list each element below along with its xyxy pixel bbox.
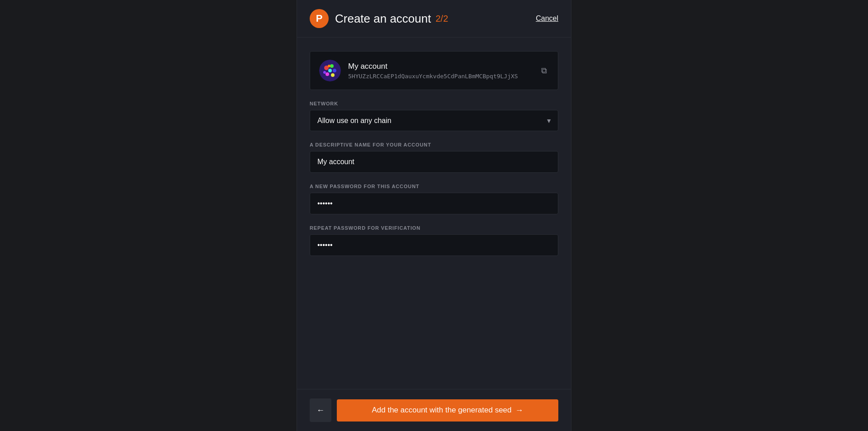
avatar: [319, 60, 341, 81]
account-address: 5HYUZzLRCCaEP1dQauxuYcmkvde5CdPanLBmMCBp…: [348, 73, 518, 80]
add-account-label: Add the account with the generated seed: [372, 406, 511, 415]
svg-point-5: [326, 72, 329, 76]
copy-icon[interactable]: ⧉: [539, 64, 549, 77]
svg-point-3: [333, 69, 336, 72]
network-select-wrapper: Allow use on any chain Polkadot Kusama ▼: [310, 110, 558, 131]
network-section: NETWORK Allow use on any chain Polkadot …: [310, 101, 558, 131]
network-select[interactable]: Allow use on any chain Polkadot Kusama: [310, 110, 558, 131]
account-name-section: A DESCRIPTIVE NAME FOR YOUR ACCOUNT: [310, 142, 558, 173]
header-title-group: Create an account 2/2: [335, 12, 448, 26]
add-account-button[interactable]: Add the account with the generated seed …: [337, 399, 558, 422]
password-section: A NEW PASSWORD FOR THIS ACCOUNT: [310, 184, 558, 214]
modal-footer: ← Add the account with the generated see…: [297, 389, 571, 431]
logo-letter: P: [316, 14, 323, 24]
modal-header: P Create an account 2/2 Cancel: [297, 0, 571, 38]
password-input[interactable]: [310, 193, 558, 214]
account-card: My account 5HYUZzLRCCaEP1dQauxuYcmkvde5C…: [310, 51, 558, 90]
header-left: P Create an account 2/2: [310, 9, 448, 28]
account-name-input[interactable]: [310, 151, 558, 173]
polkadot-logo-icon: P: [310, 9, 329, 28]
modal-overlay: P Create an account 2/2 Cancel: [0, 0, 868, 431]
arrow-left-icon: ←: [316, 406, 325, 415]
account-info: My account 5HYUZzLRCCaEP1dQauxuYcmkvde5C…: [348, 62, 518, 80]
account-name-label: A DESCRIPTIVE NAME FOR YOUR ACCOUNT: [310, 142, 558, 147]
modal-body: My account 5HYUZzLRCCaEP1dQauxuYcmkvde5C…: [297, 38, 571, 389]
svg-point-2: [330, 64, 334, 68]
arrow-right-icon: →: [515, 406, 524, 415]
account-name: My account: [348, 62, 518, 71]
account-card-left: My account 5HYUZzLRCCaEP1dQauxuYcmkvde5C…: [319, 60, 518, 81]
create-account-modal: P Create an account 2/2 Cancel: [297, 0, 571, 431]
cancel-button[interactable]: Cancel: [536, 14, 558, 23]
repeat-password-label: REPEAT PASSWORD FOR VERIFICATION: [310, 225, 558, 231]
page-title: Create an account: [335, 12, 431, 26]
svg-point-8: [323, 71, 326, 74]
repeat-password-input[interactable]: [310, 234, 558, 256]
repeat-password-section: REPEAT PASSWORD FOR VERIFICATION: [310, 225, 558, 256]
step-indicator: 2/2: [435, 14, 448, 24]
network-label: NETWORK: [310, 101, 558, 106]
svg-point-7: [328, 65, 330, 67]
svg-point-6: [328, 69, 332, 72]
password-label: A NEW PASSWORD FOR THIS ACCOUNT: [310, 184, 558, 189]
svg-point-4: [331, 73, 335, 77]
back-button[interactable]: ←: [310, 398, 331, 422]
